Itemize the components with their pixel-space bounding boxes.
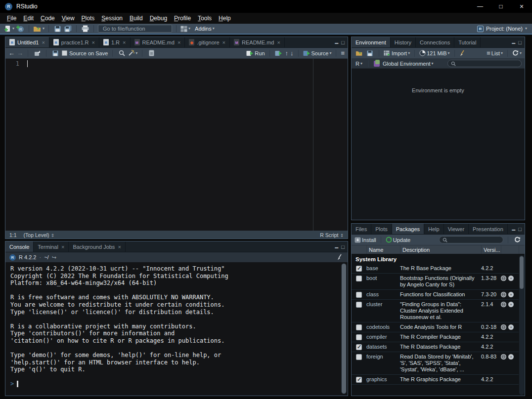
menu-item[interactable]: Help <box>215 14 234 23</box>
package-remove-icon[interactable]: × <box>508 354 514 359</box>
menu-item[interactable]: File <box>3 14 20 23</box>
rerun-button[interactable] <box>274 49 283 58</box>
code-editor[interactable]: 1 <box>5 59 348 231</box>
pane-minimize-icon[interactable]: ▬ <box>512 41 515 44</box>
scope-selector[interactable]: (Top Level) ⇕ <box>24 232 54 238</box>
package-remove-icon[interactable]: × <box>508 292 514 297</box>
save-all-button[interactable] <box>63 24 72 33</box>
packages-pane-tab[interactable]: Packages <box>392 224 424 234</box>
packages-pane-tab[interactable]: Files <box>352 224 371 234</box>
run-button[interactable]: Run <box>246 49 265 58</box>
refresh-environment-button[interactable]: ▾ <box>512 49 522 58</box>
popout-window-button[interactable] <box>33 49 42 58</box>
package-loaded-checkbox[interactable] <box>356 302 362 308</box>
header-name-column[interactable]: Name <box>366 245 400 254</box>
tab-close-icon[interactable]: × <box>222 40 225 45</box>
window-minimize-button[interactable]: — <box>470 0 490 13</box>
menu-item[interactable]: Plots <box>78 14 98 23</box>
clear-environment-icon[interactable] <box>459 50 466 57</box>
console-output[interactable]: R version 4.2.2 (2022-10-31 ucrt) -- "In… <box>5 262 348 395</box>
update-packages-button[interactable]: Update <box>386 236 410 244</box>
package-loaded-checkbox[interactable] <box>356 324 362 330</box>
goto-file-search[interactable] <box>98 25 172 33</box>
language-selector[interactable]: R ▾ <box>355 59 363 68</box>
environment-search-input[interactable] <box>458 61 518 66</box>
source-tab[interactable]: .gitignore × <box>185 37 230 47</box>
package-loaded-checkbox[interactable] <box>356 344 362 350</box>
goto-directory-icon[interactable]: ↪ <box>52 255 56 260</box>
packages-pane-tab[interactable]: Plots <box>371 224 392 234</box>
console-tab[interactable]: Console <box>5 241 34 252</box>
tab-close-icon[interactable]: × <box>177 40 180 45</box>
environment-tab[interactable]: Tutorial <box>454 37 481 47</box>
package-website-icon[interactable] <box>501 302 506 307</box>
refresh-packages-button[interactable] <box>513 236 522 244</box>
window-maximize-button[interactable]: □ <box>490 0 511 13</box>
package-website-icon[interactable] <box>501 276 506 281</box>
package-name-link[interactable]: compiler <box>366 334 400 340</box>
menu-item[interactable]: Edit <box>20 14 37 23</box>
window-close-button[interactable]: × <box>511 0 532 13</box>
package-loaded-checkbox[interactable] <box>356 276 362 281</box>
package-name-link[interactable]: class <box>366 291 400 298</box>
environment-tab[interactable]: History <box>391 37 416 47</box>
packages-scrollbar-thumb[interactable] <box>520 256 524 289</box>
console-prompt[interactable]: > <box>10 380 343 388</box>
pane-maximize-icon[interactable]: □ <box>518 226 522 232</box>
menu-item[interactable]: View <box>58 14 78 23</box>
package-name-link[interactable]: base <box>366 265 400 272</box>
package-name-link[interactable]: foreign <box>366 354 400 373</box>
pane-maximize-icon[interactable]: □ <box>518 40 522 45</box>
packages-pane-tab[interactable]: Help <box>424 224 444 234</box>
new-project-button[interactable]: R <box>16 24 25 33</box>
header-version-column[interactable]: Versi... <box>481 245 501 254</box>
import-dataset-button[interactable]: Import ▾ <box>384 49 410 58</box>
package-loaded-checkbox[interactable] <box>356 334 362 340</box>
pane-minimize-icon[interactable]: ▬ <box>335 41 338 44</box>
package-loaded-checkbox[interactable] <box>356 354 362 360</box>
save-document-button[interactable] <box>51 49 60 58</box>
find-replace-button[interactable] <box>117 49 126 58</box>
package-name-link[interactable]: cluster <box>366 301 400 320</box>
go-previous-section-button[interactable]: ↑ <box>285 50 289 56</box>
tab-close-icon[interactable]: × <box>277 40 280 45</box>
pane-minimize-icon[interactable]: ▬ <box>335 245 338 249</box>
package-name-link[interactable]: codetools <box>366 324 400 330</box>
source-button[interactable]: Source ▾ <box>303 49 332 58</box>
go-next-section-button[interactable]: ↓ <box>290 50 294 56</box>
package-name-link[interactable]: datasets <box>366 344 400 350</box>
print-button[interactable] <box>81 24 89 33</box>
source-tab[interactable]: README.md × <box>131 37 185 47</box>
package-website-icon[interactable] <box>501 324 506 330</box>
code-tools-button[interactable]: ▾ <box>128 49 137 58</box>
menu-item[interactable]: Debug <box>146 14 171 23</box>
save-workspace-button[interactable] <box>365 49 374 58</box>
package-loaded-checkbox[interactable] <box>356 266 362 272</box>
packages-pane-tab[interactable]: Viewer <box>444 224 469 234</box>
source-on-save-checkbox[interactable] <box>62 50 67 56</box>
packages-search-input[interactable] <box>449 237 500 242</box>
tab-close-icon[interactable]: × <box>92 40 95 45</box>
environment-search[interactable] <box>447 60 522 67</box>
source-tab[interactable]: practice1.R × <box>49 37 99 47</box>
goto-file-input[interactable] <box>103 26 173 32</box>
package-loaded-checkbox[interactable] <box>356 292 362 298</box>
clear-console-icon[interactable] <box>337 254 344 261</box>
memory-usage-button[interactable]: 121 MiB ▾ <box>419 49 449 58</box>
back-button[interactable]: ← <box>8 50 15 56</box>
panes-layout-button[interactable]: ▾ <box>180 24 190 33</box>
open-file-button[interactable]: ▾ <box>33 24 44 33</box>
source-tab[interactable]: README.md × <box>230 37 285 47</box>
pane-maximize-icon[interactable]: □ <box>341 244 345 250</box>
new-file-button[interactable]: ▾ <box>4 24 14 33</box>
save-button[interactable] <box>53 24 62 33</box>
document-outline-button[interactable]: ≡ <box>341 50 345 56</box>
console-tab[interactable]: Terminal × <box>34 241 69 252</box>
packages-scrollbar[interactable] <box>519 255 524 395</box>
menu-item[interactable]: Profile <box>171 14 194 23</box>
load-workspace-button[interactable] <box>355 49 363 58</box>
working-directory[interactable]: ~/ <box>44 254 48 260</box>
package-name-link[interactable]: graphics <box>366 376 400 383</box>
package-website-icon[interactable] <box>501 354 506 359</box>
menu-item[interactable]: Build <box>126 14 146 23</box>
